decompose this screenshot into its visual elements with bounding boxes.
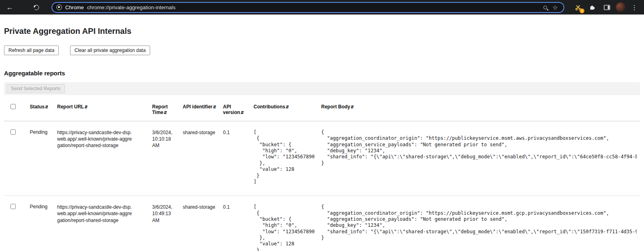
- puzzle-icon: [589, 4, 596, 10]
- clear-all-button[interactable]: Clear all private aggregation data: [70, 46, 150, 55]
- header-report-url[interactable]: Report URL⇵: [54, 99, 149, 121]
- api-identifier-cell: shared-storage: [180, 196, 220, 251]
- page-content: Private Aggregation API Internals Refres…: [0, 27, 644, 251]
- bookmark-star-icon[interactable]: ☆: [553, 4, 558, 10]
- contributions-cell: [ { "bucket": { "high": "0", "low": "123…: [250, 196, 318, 251]
- select-all-cell: [4, 99, 27, 121]
- row-checkbox[interactable]: [10, 129, 16, 135]
- sort-icon: ⇵: [213, 105, 216, 109]
- omnibox-right-icons: ☆: [543, 4, 559, 10]
- report-body-cell: { "aggregation_coordinator_origin": "htt…: [318, 196, 640, 251]
- row-select-cell: [4, 121, 27, 196]
- contributions-json: [ { "bucket": { "high": "0", "low": "123…: [254, 129, 315, 185]
- kebab-menu-icon: ⋮: [631, 4, 638, 11]
- send-selected-reports-button[interactable]: Send Selected Reports: [6, 84, 65, 93]
- header-report-body-label: Report Body: [321, 104, 350, 110]
- table-toolbar-strip: Send Selected Reports: [4, 82, 640, 95]
- extensions-button[interactable]: [587, 2, 598, 13]
- report-row: Pending https://privacy-sandcastle-dev-d…: [4, 196, 640, 251]
- report-time-cell: 3/6/2024, 10:10:18 AM: [149, 121, 180, 196]
- status-cell: Pending: [27, 121, 54, 196]
- header-report-time[interactable]: Report Time⇵: [149, 99, 180, 121]
- back-button[interactable]: ←: [4, 2, 15, 13]
- row-checkbox[interactable]: [10, 204, 16, 209]
- header-status-label: Status: [30, 104, 45, 110]
- report-body-json: { "aggregation_coordinator_origin": "htt…: [321, 204, 637, 241]
- menu-button[interactable]: ⋮: [629, 2, 640, 13]
- sort-icon: ⇵: [85, 105, 88, 109]
- report-row: Pending https://privacy-sandcastle-dev-d…: [4, 121, 640, 196]
- header-report-url-label: Report URL: [57, 104, 84, 110]
- toolbar-right-cluster: 1 ⋮: [572, 2, 640, 13]
- profile-avatar[interactable]: [616, 2, 625, 12]
- contributions-json: [ { "bucket": { "high": "0", "low": "123…: [254, 204, 315, 251]
- chrome-logo-icon: [56, 4, 62, 10]
- page-title: Private Aggregation API Internals: [4, 27, 640, 36]
- header-api-version-label: API version: [223, 104, 240, 115]
- url-text[interactable]: chrome://private-aggregation-internals: [87, 4, 540, 10]
- header-report-body[interactable]: Report Body⇵: [318, 99, 640, 121]
- header-api-identifier[interactable]: API identifier⇵: [180, 99, 220, 121]
- contributions-cell: [ { "bucket": { "high": "0", "low": "123…: [250, 121, 318, 196]
- side-panel-button[interactable]: [601, 2, 613, 13]
- extension-badge: 1: [580, 8, 584, 13]
- omnibox[interactable]: Chrome chrome://private-aggregation-inte…: [52, 2, 564, 13]
- api-version-cell: 0.1: [220, 196, 250, 251]
- report-url-cell: https://privacy-sandcastle-dev-dsp.web.a…: [54, 121, 149, 196]
- back-icon: ←: [6, 4, 13, 11]
- header-contributions-label: Contributions: [254, 104, 285, 110]
- reload-icon: [34, 5, 39, 10]
- sort-icon: ⇵: [241, 110, 244, 115]
- header-api-identifier-label: API identifier: [183, 104, 213, 110]
- aggregatable-reports-heading: Aggregatable reports: [4, 70, 640, 77]
- refresh-all-button[interactable]: Refresh all page data: [4, 46, 59, 55]
- sort-icon: ⇵: [286, 105, 289, 109]
- zoom-icon[interactable]: [543, 6, 547, 9]
- header-status[interactable]: Status⇵: [27, 99, 54, 121]
- page-actions: Refresh all page data Clear all private …: [4, 46, 640, 55]
- header-contributions[interactable]: Contributions⇵: [250, 99, 318, 121]
- browser-toolbar: ← Chrome chrome://private-aggregation-in…: [0, 0, 644, 15]
- extension-action-button[interactable]: 1: [572, 2, 584, 13]
- select-all-checkbox[interactable]: [10, 104, 16, 109]
- status-cell: Pending: [27, 196, 54, 251]
- row-select-cell: [4, 196, 27, 251]
- report-body-cell: { "aggregation_coordinator_origin": "htt…: [318, 121, 640, 196]
- report-url-cell: https://privacy-sandcastle-dev-dsp.web.a…: [54, 196, 149, 251]
- api-version-cell: 0.1: [220, 121, 250, 196]
- reload-button[interactable]: [31, 2, 42, 13]
- sort-icon: ⇵: [351, 105, 354, 109]
- chrome-chip-label: Chrome: [65, 4, 84, 10]
- report-time-cell: 3/6/2024, 10:49:13 AM: [149, 196, 180, 251]
- sort-icon: ⇵: [45, 105, 48, 109]
- reports-table: Status⇵ Report URL⇵ Report Time⇵ API ide…: [4, 99, 640, 251]
- api-identifier-cell: shared-storage: [180, 121, 220, 196]
- report-body-json: { "aggregation_coordinator_origin": "htt…: [321, 129, 637, 166]
- header-api-version[interactable]: API version⇵: [220, 99, 250, 121]
- side-panel-icon: [604, 4, 610, 10]
- sort-icon: ⇵: [164, 110, 167, 115]
- table-header-row: Status⇵ Report URL⇵ Report Time⇵ API ide…: [4, 99, 640, 121]
